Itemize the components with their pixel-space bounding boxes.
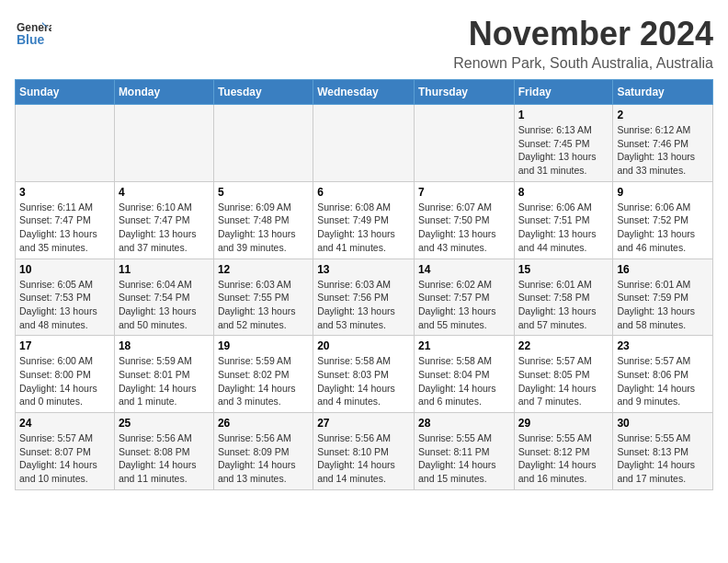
svg-text:Blue: Blue [17, 32, 45, 47]
calendar-cell: 5Sunrise: 6:09 AM Sunset: 7:48 PM Daylig… [213, 181, 313, 259]
day-content: Sunrise: 5:57 AM Sunset: 8:07 PM Dayligh… [19, 431, 110, 486]
calendar-cell: 8Sunrise: 6:06 AM Sunset: 7:51 PM Daylig… [514, 181, 613, 259]
day-number: 4 [119, 186, 210, 199]
calendar-cell: 12Sunrise: 6:03 AM Sunset: 7:55 PM Dayli… [213, 259, 313, 336]
day-number: 16 [617, 263, 709, 276]
day-number: 29 [518, 417, 609, 430]
calendar-cell [414, 105, 514, 182]
day-number: 25 [119, 417, 210, 430]
day-number: 21 [418, 339, 510, 352]
calendar-cell: 13Sunrise: 6:03 AM Sunset: 7:56 PM Dayli… [313, 259, 415, 336]
header-tuesday: Tuesday [213, 80, 313, 105]
day-content: Sunrise: 6:08 AM Sunset: 7:49 PM Dayligh… [317, 201, 410, 255]
header-monday: Monday [114, 80, 213, 105]
calendar-cell [313, 105, 415, 182]
day-number: 24 [19, 417, 110, 430]
day-content: Sunrise: 6:06 AM Sunset: 7:52 PM Dayligh… [617, 201, 709, 255]
day-number: 22 [518, 339, 609, 352]
day-number: 26 [218, 417, 309, 430]
day-content: Sunrise: 5:57 AM Sunset: 8:06 PM Dayligh… [617, 354, 709, 408]
calendar-cell: 9Sunrise: 6:06 AM Sunset: 7:52 PM Daylig… [613, 181, 713, 259]
header-wednesday: Wednesday [313, 80, 415, 105]
day-content: Sunrise: 6:02 AM Sunset: 7:57 PM Dayligh… [418, 278, 510, 332]
day-content: Sunrise: 6:12 AM Sunset: 7:46 PM Dayligh… [617, 123, 709, 178]
calendar-cell: 28Sunrise: 5:55 AM Sunset: 8:11 PM Dayli… [414, 413, 514, 490]
calendar-cell: 4Sunrise: 6:10 AM Sunset: 7:47 PM Daylig… [114, 181, 213, 259]
day-number: 28 [418, 417, 510, 430]
calendar-cell: 29Sunrise: 5:55 AM Sunset: 8:12 PM Dayli… [514, 413, 613, 490]
header-sunday: Sunday [16, 80, 115, 105]
day-content: Sunrise: 5:56 AM Sunset: 8:08 PM Dayligh… [119, 431, 210, 486]
day-content: Sunrise: 6:10 AM Sunset: 7:47 PM Dayligh… [119, 201, 210, 255]
day-number: 2 [617, 109, 709, 121]
calendar-cell: 30Sunrise: 5:55 AM Sunset: 8:13 PM Dayli… [613, 413, 713, 490]
calendar-cell [114, 105, 213, 182]
day-number: 30 [617, 417, 709, 430]
calendar-cell: 21Sunrise: 5:58 AM Sunset: 8:04 PM Dayli… [414, 336, 514, 413]
day-content: Sunrise: 6:01 AM Sunset: 7:58 PM Dayligh… [518, 278, 609, 332]
day-number: 7 [418, 186, 510, 199]
title-area: November 2024 Renown Park, South Austral… [453, 15, 713, 72]
calendar-cell: 7Sunrise: 6:07 AM Sunset: 7:50 PM Daylig… [414, 181, 514, 259]
calendar-cell [16, 105, 115, 182]
day-number: 8 [518, 186, 609, 199]
day-number: 9 [617, 186, 709, 199]
calendar-row-2: 10Sunrise: 6:05 AM Sunset: 7:53 PM Dayli… [16, 259, 713, 336]
calendar-cell: 10Sunrise: 6:05 AM Sunset: 7:53 PM Dayli… [16, 259, 115, 336]
day-content: Sunrise: 5:56 AM Sunset: 8:09 PM Dayligh… [218, 431, 309, 486]
calendar-cell: 11Sunrise: 6:04 AM Sunset: 7:54 PM Dayli… [114, 259, 213, 336]
header-saturday: Saturday [613, 80, 713, 105]
day-content: Sunrise: 6:11 AM Sunset: 7:47 PM Dayligh… [19, 201, 110, 255]
page-title: November 2024 [453, 15, 713, 53]
day-number: 3 [19, 186, 110, 199]
calendar-cell: 2Sunrise: 6:12 AM Sunset: 7:46 PM Daylig… [613, 105, 713, 182]
day-number: 15 [518, 263, 609, 276]
day-content: Sunrise: 5:57 AM Sunset: 8:05 PM Dayligh… [518, 354, 609, 408]
day-number: 5 [218, 186, 309, 199]
calendar-row-0: 1Sunrise: 6:13 AM Sunset: 7:45 PM Daylig… [16, 105, 713, 182]
calendar-cell: 26Sunrise: 5:56 AM Sunset: 8:09 PM Dayli… [213, 413, 313, 490]
day-content: Sunrise: 6:04 AM Sunset: 7:54 PM Dayligh… [119, 278, 210, 332]
day-content: Sunrise: 6:01 AM Sunset: 7:59 PM Dayligh… [617, 278, 709, 332]
calendar-cell: 6Sunrise: 6:08 AM Sunset: 7:49 PM Daylig… [313, 181, 415, 259]
day-number: 23 [617, 339, 709, 352]
day-number: 19 [218, 339, 309, 352]
calendar-cell: 23Sunrise: 5:57 AM Sunset: 8:06 PM Dayli… [613, 336, 713, 413]
calendar-header-row: Sunday Monday Tuesday Wednesday Thursday… [16, 80, 713, 105]
day-content: Sunrise: 5:55 AM Sunset: 8:11 PM Dayligh… [418, 431, 510, 486]
calendar-cell: 19Sunrise: 5:59 AM Sunset: 8:02 PM Dayli… [213, 336, 313, 413]
day-content: Sunrise: 6:03 AM Sunset: 7:56 PM Dayligh… [317, 278, 410, 332]
header-friday: Friday [514, 80, 613, 105]
calendar-row-3: 17Sunrise: 6:00 AM Sunset: 8:00 PM Dayli… [16, 336, 713, 413]
calendar-table: Sunday Monday Tuesday Wednesday Thursday… [15, 79, 713, 490]
calendar-cell: 25Sunrise: 5:56 AM Sunset: 8:08 PM Dayli… [114, 413, 213, 490]
calendar-cell: 18Sunrise: 5:59 AM Sunset: 8:01 PM Dayli… [114, 336, 213, 413]
day-number: 14 [418, 263, 510, 276]
day-content: Sunrise: 6:09 AM Sunset: 7:48 PM Dayligh… [218, 201, 309, 255]
day-content: Sunrise: 6:03 AM Sunset: 7:55 PM Dayligh… [218, 278, 309, 332]
day-number: 6 [317, 186, 410, 199]
calendar-cell: 14Sunrise: 6:02 AM Sunset: 7:57 PM Dayli… [414, 259, 514, 336]
day-number: 11 [119, 263, 210, 276]
day-number: 13 [317, 263, 410, 276]
day-content: Sunrise: 5:59 AM Sunset: 8:01 PM Dayligh… [119, 354, 210, 408]
day-number: 18 [119, 339, 210, 352]
calendar-cell: 1Sunrise: 6:13 AM Sunset: 7:45 PM Daylig… [514, 105, 613, 182]
calendar-row-4: 24Sunrise: 5:57 AM Sunset: 8:07 PM Dayli… [16, 413, 713, 490]
day-content: Sunrise: 5:58 AM Sunset: 8:03 PM Dayligh… [317, 354, 410, 408]
calendar-cell: 27Sunrise: 5:56 AM Sunset: 8:10 PM Dayli… [313, 413, 415, 490]
day-number: 20 [317, 339, 410, 352]
header-thursday: Thursday [414, 80, 514, 105]
day-number: 1 [518, 109, 609, 121]
calendar-row-1: 3Sunrise: 6:11 AM Sunset: 7:47 PM Daylig… [16, 181, 713, 259]
day-content: Sunrise: 5:55 AM Sunset: 8:12 PM Dayligh… [518, 431, 609, 486]
day-number: 27 [317, 417, 410, 430]
page-subtitle: Renown Park, South Australia, Australia [453, 55, 713, 72]
logo: General Blue [15, 15, 51, 52]
calendar-cell: 22Sunrise: 5:57 AM Sunset: 8:05 PM Dayli… [514, 336, 613, 413]
day-content: Sunrise: 6:13 AM Sunset: 7:45 PM Dayligh… [518, 123, 609, 178]
day-content: Sunrise: 5:58 AM Sunset: 8:04 PM Dayligh… [418, 354, 510, 408]
calendar-cell: 16Sunrise: 6:01 AM Sunset: 7:59 PM Dayli… [613, 259, 713, 336]
day-number: 17 [19, 339, 110, 352]
day-content: Sunrise: 6:06 AM Sunset: 7:51 PM Dayligh… [518, 201, 609, 255]
